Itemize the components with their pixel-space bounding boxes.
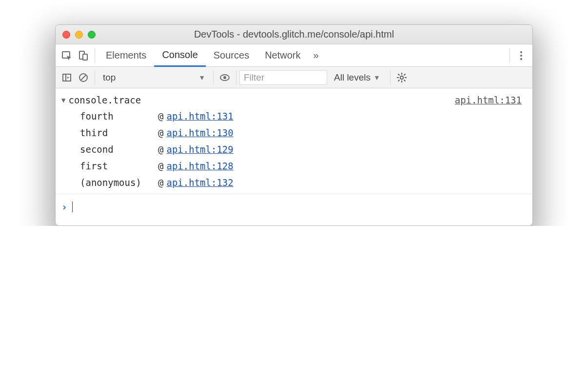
stack-frame: first @ api.html:128 bbox=[80, 158, 532, 174]
live-expression-icon[interactable] bbox=[216, 69, 233, 86]
traffic-lights bbox=[56, 31, 96, 39]
stack-fn-name: third bbox=[80, 127, 158, 138]
stack-fn-name: second bbox=[80, 144, 158, 155]
divider bbox=[236, 70, 236, 85]
tabs-overflow-button[interactable]: » bbox=[309, 50, 322, 61]
titlebar: DevTools - devtools.glitch.me/console/ap… bbox=[56, 25, 532, 44]
console-sidebar-toggle-icon[interactable] bbox=[59, 69, 75, 86]
tab-elements[interactable]: Elements bbox=[98, 44, 154, 66]
divider bbox=[213, 70, 214, 85]
tab-sources[interactable]: Sources bbox=[206, 44, 257, 66]
at-symbol: @ bbox=[158, 144, 163, 155]
divider bbox=[510, 48, 510, 63]
zoom-window-button[interactable] bbox=[88, 31, 96, 39]
stack-fn-name: first bbox=[80, 161, 158, 171]
svg-line-15 bbox=[398, 74, 399, 75]
divider bbox=[390, 70, 391, 85]
stack-source-link[interactable]: api.html:132 bbox=[166, 177, 233, 188]
at-symbol: @ bbox=[158, 161, 163, 171]
stack-frame: fourth @ api.html:131 bbox=[80, 108, 532, 124]
console-settings-icon[interactable] bbox=[393, 72, 410, 83]
stack-frame: second @ api.html:129 bbox=[80, 141, 532, 158]
clear-console-icon[interactable] bbox=[75, 69, 92, 86]
trace-header: ▼ console.trace api.html:131 bbox=[56, 92, 532, 108]
svg-line-16 bbox=[404, 80, 405, 81]
trace-label: console.trace bbox=[68, 95, 141, 105]
console-body: ▼ console.trace api.html:131 fourth @ ap… bbox=[56, 88, 532, 225]
stack-source-link[interactable]: api.html:129 bbox=[166, 144, 233, 155]
prompt-chevron-icon: › bbox=[61, 201, 67, 213]
console-toolbar: top ▼ All levels ▼ bbox=[56, 67, 532, 88]
svg-line-18 bbox=[404, 74, 405, 75]
stack-frame: (anonymous) @ api.html:132 bbox=[80, 174, 532, 191]
svg-rect-3 bbox=[63, 74, 71, 81]
at-symbol: @ bbox=[158, 127, 163, 138]
chevron-down-icon: ▼ bbox=[373, 74, 380, 81]
window-title: DevTools - devtools.glitch.me/console/ap… bbox=[56, 29, 532, 40]
text-cursor bbox=[72, 202, 73, 212]
stack-fn-name: (anonymous) bbox=[80, 177, 158, 188]
devtools-tabbar: Elements Console Sources Network » bbox=[56, 44, 532, 67]
filter-input[interactable] bbox=[239, 70, 327, 85]
at-symbol: @ bbox=[158, 111, 163, 122]
stack-source-link[interactable]: api.html:131 bbox=[166, 111, 233, 122]
minimize-window-button[interactable] bbox=[75, 31, 83, 39]
tab-console[interactable]: Console bbox=[154, 45, 205, 67]
close-window-button[interactable] bbox=[62, 31, 70, 39]
context-selector-label: top bbox=[103, 72, 116, 83]
devtools-menu-button[interactable] bbox=[513, 47, 529, 64]
tab-network[interactable]: Network bbox=[257, 44, 308, 66]
svg-rect-2 bbox=[83, 54, 87, 60]
divider bbox=[95, 48, 95, 63]
stack-fn-name: fourth bbox=[80, 111, 158, 122]
context-selector[interactable]: top ▼ bbox=[98, 70, 210, 85]
stack-trace: fourth @ api.html:131 third @ api.html:1… bbox=[56, 108, 532, 191]
at-symbol: @ bbox=[158, 177, 163, 188]
console-prompt[interactable]: › bbox=[56, 194, 532, 223]
device-toolbar-icon[interactable] bbox=[75, 47, 92, 64]
stack-source-link[interactable]: api.html:130 bbox=[166, 127, 233, 138]
log-levels-selector[interactable]: All levels ▼ bbox=[327, 72, 387, 83]
svg-line-17 bbox=[398, 80, 399, 81]
svg-marker-5 bbox=[67, 77, 69, 79]
chevron-down-icon: ▼ bbox=[198, 74, 205, 81]
inspect-element-icon[interactable] bbox=[59, 47, 75, 64]
svg-line-7 bbox=[81, 75, 86, 80]
stack-frame: third @ api.html:130 bbox=[80, 124, 532, 141]
trace-source-link[interactable]: api.html:131 bbox=[455, 95, 527, 105]
disclosure-triangle-icon[interactable]: ▼ bbox=[61, 96, 65, 104]
stack-source-link[interactable]: api.html:128 bbox=[166, 161, 233, 171]
devtools-window: DevTools - devtools.glitch.me/console/ap… bbox=[55, 24, 533, 226]
divider bbox=[95, 70, 95, 85]
svg-point-10 bbox=[400, 76, 403, 79]
log-levels-label: All levels bbox=[334, 72, 371, 83]
svg-point-9 bbox=[223, 76, 226, 79]
